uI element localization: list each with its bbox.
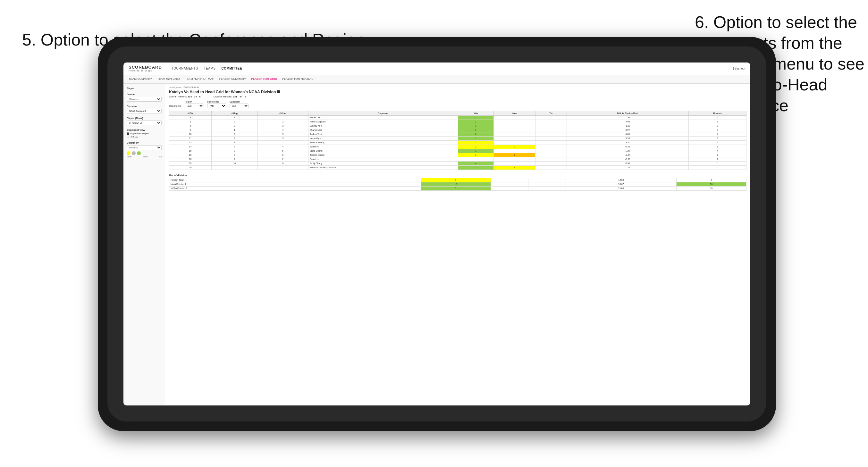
player-rank-select[interactable]: 8. Katelyn Vo (127, 121, 162, 125)
sidebar-player-rank-label: Player (Rank) (127, 117, 162, 120)
out-loss (491, 178, 528, 182)
cell-tie (535, 161, 566, 165)
app-logo: SCOREBOARD Powered by clippd (129, 65, 162, 72)
cell-reg: 11 (211, 165, 257, 169)
out-table: Foreign Team 1 4.500 2 NAIA Division 1 1… (169, 178, 746, 191)
out-win: 1 (421, 178, 491, 182)
cell-diff: 1.33 (566, 165, 689, 169)
cell-rounds: 4 (689, 132, 746, 136)
cell-win: 1 (458, 136, 494, 141)
out-win: 5 (421, 186, 491, 190)
cell-tie (535, 115, 566, 120)
nav-tab-committee[interactable]: COMMITTEE (221, 65, 242, 71)
cell-reg: 10 (211, 161, 257, 165)
cell-div: 9 (169, 128, 212, 132)
cell-rounds: 9 (689, 145, 746, 149)
sub-tab-player-summary[interactable]: PLAYER SUMMARY (219, 75, 246, 83)
cell-win: 1 (458, 128, 494, 132)
out-tie (528, 182, 566, 186)
overall-label: Overall Record: (169, 95, 187, 98)
filter-conference-group: Conference (All) (207, 101, 226, 108)
cell-tie (535, 153, 566, 157)
cell-div: 15 (169, 149, 212, 153)
cell-div: 3 (169, 115, 212, 120)
cell-reg: 3 (211, 153, 257, 157)
legend-down: Down (127, 156, 131, 158)
cell-conf: 3 (257, 124, 308, 128)
cell-rounds: 3 (689, 128, 746, 132)
gender-select[interactable]: Women's (127, 97, 162, 102)
sign-out-link[interactable]: | Sign out (733, 67, 745, 70)
cell-rounds: 6 (689, 165, 746, 169)
sidebar-gender-label: Gender (127, 93, 162, 96)
table-row: 18 2 2 Euna Lee -5.00 2 (169, 157, 746, 161)
cell-loss (494, 128, 535, 132)
h2h-table: # Div # Reg # Conf Opponent Win Loss Tie… (169, 111, 746, 170)
cell-div: 6 (169, 124, 212, 128)
colour-dot-level (132, 151, 136, 155)
nav-tab-tournaments[interactable]: TOURNAMENTS (172, 65, 198, 71)
cell-tie (535, 145, 566, 149)
sub-tab-player-h2h-heatmap[interactable]: PLAYER H2H HEATMAP (282, 75, 315, 83)
legend-level: Level (143, 156, 148, 158)
out-rounds: 10 (676, 186, 746, 190)
out-of-division-label: Out of division (169, 174, 746, 177)
colour-select[interactable]: Win/loss (127, 145, 162, 150)
sub-tab-team-summary[interactable]: TEAM SUMMARY (129, 75, 152, 83)
sub-nav: TEAM SUMMARY TEAM H2H GRID TEAM H2H HEAT… (123, 75, 750, 84)
cell-opponent: Alexis Sudjianto (308, 120, 458, 124)
cell-win: 1 (458, 153, 494, 157)
radio-opponents-played[interactable]: Opponents Played (127, 132, 162, 135)
cell-opponent: Esther Lee (308, 115, 458, 120)
cell-diff: 4.00 (566, 120, 689, 124)
filter-opponent-group: Opponent (All) (229, 101, 249, 108)
cell-div: 19 (169, 161, 212, 165)
cell-tie (535, 132, 566, 136)
out-diff: 9.267 (566, 182, 676, 186)
overall-value: 353 - 34 - 6 (188, 95, 201, 98)
sidebar-gender-section: Gender Women's (127, 93, 162, 102)
cell-reg: 2 (211, 157, 257, 161)
cell-win: 1 (458, 149, 494, 153)
radio-top100[interactable]: Top 100 (127, 135, 162, 138)
conference-filter-select[interactable]: (All) (207, 103, 226, 108)
table-row: 6 3 3 Sydney Kuo 1 -1.00 3 (169, 124, 746, 128)
cell-win: 4 (458, 161, 494, 165)
table-row: 15 8 5 Stella Cheng 1 1.25 4 (169, 149, 746, 153)
cell-loss (494, 141, 535, 145)
last-updated: Last Updated: 27/03/2024 08:44 (169, 86, 746, 89)
legend-up: Up (159, 156, 162, 158)
cell-opponent: Heejo Hyun (308, 136, 458, 141)
cell-rounds: 3 (689, 124, 746, 128)
main-data: Last Updated: 27/03/2024 08:44 Katelyn V… (165, 84, 750, 405)
division-select[interactable]: NCAA Division III (127, 108, 162, 114)
sidebar-opponent-view-section: Opponent view Opponents Played Top 100 (127, 128, 162, 138)
cell-tie (535, 165, 566, 169)
cell-loss (494, 161, 535, 165)
cell-diff: 0.38 (566, 145, 689, 149)
cell-diff: -1.00 (566, 124, 689, 128)
cell-rounds: 4 (689, 115, 746, 120)
region-filter-select[interactable]: (All) (185, 103, 204, 108)
th-rounds: Rounds (689, 111, 746, 115)
nav-tab-teams[interactable]: TEAMS (204, 65, 215, 71)
radio-label-top100: Top 100 (130, 135, 138, 138)
out-loss (491, 182, 528, 186)
cell-opponent: Stella Cheng (308, 149, 458, 153)
sub-tab-team-h2h-grid[interactable]: TEAM H2H GRID (157, 75, 180, 83)
opponent-filter-select[interactable]: (All) (229, 103, 249, 108)
th-conf: # Conf (257, 111, 308, 115)
table-row: 10 6 3 Andrea York 2 4.00 4 (169, 132, 746, 136)
tablet-device: SCOREBOARD Powered by clippd TOURNAMENTS… (98, 37, 776, 431)
overall-record-label: Overall Record: 353 - 34 - 6 (169, 95, 201, 98)
out-win: 15 (421, 182, 491, 186)
cell-win: 2 (458, 145, 494, 149)
cell-conf: 6 (257, 153, 308, 157)
cell-diff: 0.30 (566, 161, 689, 165)
cell-diff: 4.00 (566, 132, 689, 136)
legend-labels: Down Level Up (127, 156, 162, 158)
division-label: Division Record: (214, 95, 232, 98)
colour-dot-up (137, 151, 141, 155)
sub-tab-player-h2h-grid[interactable]: PLAYER H2H GRID (251, 75, 277, 83)
sub-tab-team-h2h-heatmap[interactable]: TEAM H2H HEATMAP (185, 75, 214, 83)
